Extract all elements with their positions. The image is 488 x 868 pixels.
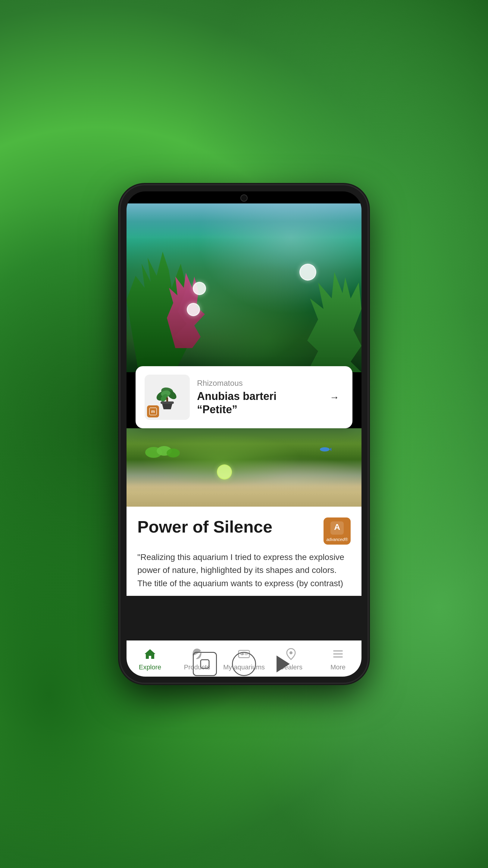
top-aquarium-image bbox=[127, 204, 361, 372]
bottom-aquarium-image bbox=[127, 428, 361, 507]
nav-item-explore[interactable]: Explore bbox=[127, 641, 173, 677]
scroll-content: m Rhizomatous Anubias barteri “Petite” → bbox=[127, 204, 361, 677]
advanced-logo: A advanced® bbox=[324, 518, 351, 545]
square-nav-icon bbox=[199, 658, 210, 670]
phone-home-button[interactable] bbox=[232, 652, 256, 676]
medium-badge-icon: m bbox=[149, 407, 157, 415]
plant-thumbnail: m bbox=[144, 375, 190, 420]
svg-rect-21 bbox=[333, 653, 343, 655]
water-surface bbox=[127, 204, 361, 240]
sand-bottom bbox=[127, 483, 361, 507]
svg-rect-23 bbox=[201, 660, 209, 668]
explore-label: Explore bbox=[139, 663, 161, 671]
plant-right bbox=[307, 267, 361, 372]
hotspot-1[interactable] bbox=[193, 282, 206, 295]
svg-point-12 bbox=[320, 447, 330, 452]
menu-icon bbox=[331, 647, 345, 661]
svg-point-11 bbox=[167, 448, 180, 458]
more-label: More bbox=[330, 663, 346, 671]
bottom-aquarium-section: Power of Silence A advanced® "Realizing … bbox=[127, 428, 361, 641]
aquarium-content-section: Power of Silence A advanced® "Realizing … bbox=[127, 507, 361, 596]
more-icon bbox=[330, 647, 346, 661]
content-header: Power of Silence A advanced® bbox=[137, 518, 351, 545]
svg-marker-13 bbox=[330, 447, 331, 451]
svg-text:m: m bbox=[151, 409, 155, 414]
medium-badge: m bbox=[147, 405, 159, 417]
aquarium-bg-bottom bbox=[127, 428, 361, 507]
plant-card-info: Rhizomatous Anubias barteri “Petite” bbox=[197, 378, 318, 415]
front-camera bbox=[240, 194, 248, 202]
svg-rect-20 bbox=[333, 650, 343, 652]
hotspot-2[interactable] bbox=[187, 303, 200, 316]
phone-recents-button[interactable] bbox=[271, 652, 295, 676]
advanced-logo-icon: A bbox=[329, 520, 345, 536]
plant-name: Anubias barteri “Petite” bbox=[197, 390, 318, 415]
status-bar bbox=[127, 191, 361, 204]
hotspot-bottom[interactable] bbox=[217, 464, 232, 479]
plant-info-card[interactable]: m Rhizomatous Anubias barteri “Petite” → bbox=[135, 366, 352, 428]
aquarium-title: Power of Silence bbox=[137, 518, 272, 536]
phone-screen: m Rhizomatous Anubias barteri “Petite” → bbox=[127, 191, 361, 677]
home-icon bbox=[143, 647, 157, 661]
svg-rect-6 bbox=[161, 401, 174, 404]
floating-plants bbox=[144, 440, 181, 464]
aquarium-description: "Realizing this aquarium I tried to expr… bbox=[137, 551, 351, 590]
svg-rect-22 bbox=[333, 656, 343, 658]
plant-category: Rhizomatous bbox=[197, 378, 318, 388]
svg-text:A: A bbox=[334, 522, 340, 532]
nav-item-more[interactable]: More bbox=[315, 641, 361, 677]
phone-nav-bar bbox=[193, 652, 295, 676]
aquarium-background-top bbox=[127, 204, 361, 372]
explore-icon bbox=[142, 647, 158, 661]
phone-back-button[interactable] bbox=[193, 652, 217, 676]
hotspot-3[interactable] bbox=[299, 264, 316, 281]
advanced-logo-text: advanced® bbox=[326, 537, 348, 542]
phone-frame: m Rhizomatous Anubias barteri “Petite” → bbox=[121, 185, 367, 683]
fish bbox=[319, 446, 331, 453]
plant-card-arrow[interactable]: → bbox=[325, 388, 344, 406]
